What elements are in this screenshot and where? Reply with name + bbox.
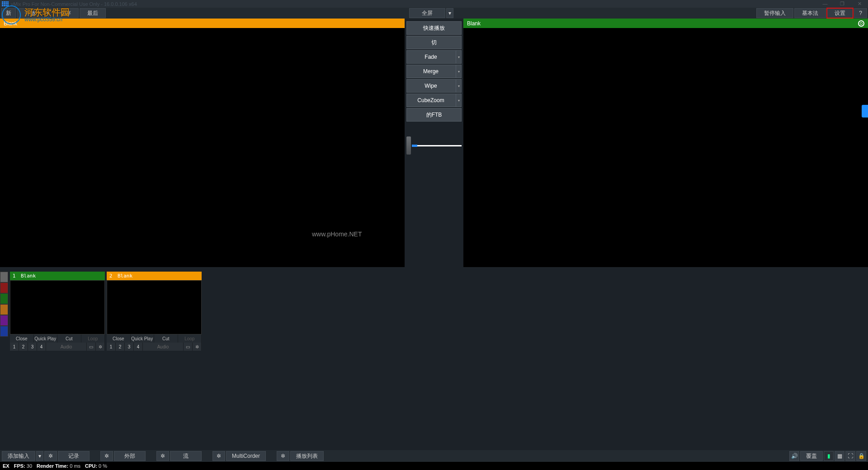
overlay-4[interactable]: 4 — [37, 343, 46, 351]
side-tab[interactable] — [862, 105, 868, 118]
status-cpu: 0 % — [99, 463, 107, 469]
quickplay-button[interactable]: Quick Play — [131, 334, 155, 343]
overlay-2[interactable]: 2 — [116, 343, 125, 351]
input-label: Blank — [115, 273, 132, 279]
cut-button[interactable]: Cut — [154, 334, 178, 343]
window-title: vMix Pro For Non-Commercial Use Only - 1… — [11, 1, 137, 7]
loop-button[interactable]: Loop — [81, 334, 105, 343]
overlay-1[interactable]: 1 — [107, 343, 116, 351]
preview-header: Blank — [0, 19, 405, 28]
monitor-icon[interactable]: ▭ — [87, 343, 96, 351]
quickplay-button[interactable]: 快速播放 — [406, 21, 462, 35]
status-fps: 30 — [27, 463, 32, 469]
stream-button[interactable]: 流 — [170, 451, 202, 461]
gear-icon[interactable] — [858, 20, 864, 27]
input-number: 1 — [10, 273, 18, 279]
category-strip — [0, 272, 8, 362]
close-button[interactable]: ✕ — [851, 0, 868, 8]
main-area: Blank 快速播放 切 Fade▾ Merge▾ Wipe▾ CubeZoom… — [0, 19, 868, 267]
meter-icon[interactable]: ▮ — [824, 451, 834, 461]
cat-red[interactable] — [0, 282, 8, 293]
overlay-2[interactable]: 2 — [19, 343, 28, 351]
multicorder-button[interactable]: MultiCorder — [226, 451, 266, 461]
t-bar-slider[interactable] — [406, 136, 462, 155]
cat-green[interactable] — [0, 293, 8, 304]
monitor-icon[interactable]: ▭ — [184, 343, 193, 351]
audio-button[interactable]: Audio — [46, 343, 87, 351]
help-button[interactable]: ? — [854, 8, 867, 18]
chevron-down-icon[interactable]: ▾ — [456, 94, 461, 107]
add-input-dropdown[interactable]: ▾ — [36, 451, 43, 461]
overlay-4[interactable]: 4 — [134, 343, 143, 351]
gear-icon[interactable]: ✲ — [212, 451, 225, 461]
audio-button[interactable]: Audio — [143, 343, 184, 351]
fullscreen-button[interactable]: 全屏 — [409, 8, 445, 18]
ftb-button[interactable]: 的FTB — [406, 108, 462, 122]
overlay-3[interactable]: 3 — [28, 343, 37, 351]
t-bar-handle[interactable] — [406, 136, 411, 155]
gear-icon[interactable]: ✲ — [44, 451, 57, 461]
gear-icon[interactable]: ✲ — [100, 451, 113, 461]
chevron-down-icon[interactable]: ▾ — [456, 65, 461, 78]
cut-button[interactable]: Cut — [57, 334, 81, 343]
gear-icon[interactable]: ✲ — [277, 451, 289, 461]
input-tile-1: 1 Blank Close Quick Play Cut Loop 1 2 3 … — [10, 272, 105, 362]
cat-orange[interactable] — [0, 304, 8, 315]
input-preview[interactable] — [107, 280, 202, 334]
cat-purple[interactable] — [0, 315, 8, 326]
playlist-button[interactable]: 播放列表 — [290, 451, 324, 461]
preview-title: Blank — [4, 20, 17, 27]
input-header[interactable]: 1 Blank — [10, 272, 105, 280]
external-button[interactable]: 外部 — [114, 451, 146, 461]
cat-blue[interactable] — [0, 326, 8, 337]
add-input-button[interactable]: 添加输入 — [2, 451, 35, 461]
status-bar: EX FPS: 30 Render Time: 0 ms CPU: 0 % — [0, 462, 868, 470]
fullscreen-dropdown[interactable]: ▾ — [446, 8, 453, 18]
last-button[interactable]: 最后 — [80, 8, 106, 18]
chevron-down-icon[interactable]: ▾ — [456, 80, 461, 92]
gear-icon[interactable]: ✲ — [96, 343, 105, 351]
open-dropdown[interactable]: ▾ — [44, 8, 52, 18]
watermark-center: www.pHome.NET — [312, 230, 362, 238]
overlay-3[interactable]: 3 — [125, 343, 134, 351]
app-icon — [2, 1, 8, 7]
quickplay-button[interactable]: Quick Play — [34, 334, 58, 343]
titlebar: vMix Pro For Non-Commercial Use Only - 1… — [0, 0, 868, 8]
expand-icon[interactable]: ⛶ — [845, 451, 855, 461]
output-pane: Blank — [463, 19, 868, 267]
loop-button[interactable]: Loop — [178, 334, 202, 343]
input-preview[interactable] — [10, 280, 105, 334]
pause-input-button[interactable]: 暂停输入 — [756, 8, 793, 18]
close-button[interactable]: Close — [107, 334, 131, 343]
transition-panel: 快速播放 切 Fade▾ Merge▾ Wipe▾ CubeZoom▾ 的FTB — [405, 19, 463, 267]
status-ex: EX — [3, 463, 9, 469]
cat-all[interactable] — [0, 272, 8, 282]
cubezoom-button[interactable]: CubeZoom▾ — [406, 94, 462, 107]
fade-button[interactable]: Fade▾ — [406, 50, 462, 64]
new-button[interactable]: 新 — [1, 8, 16, 18]
merge-button[interactable]: Merge▾ — [406, 65, 462, 78]
audio-icon[interactable]: 🔊 — [789, 451, 799, 461]
maximize-button[interactable]: ❐ — [834, 0, 851, 8]
wipe-button[interactable]: Wipe▾ — [406, 79, 462, 93]
record-button[interactable]: 记录 — [58, 451, 90, 461]
close-button[interactable]: Close — [10, 334, 34, 343]
cut-button[interactable]: 切 — [406, 36, 462, 49]
save-button[interactable]: 保存 — [52, 8, 79, 18]
input-number: 2 — [107, 273, 115, 279]
preview-pane: Blank — [0, 19, 405, 267]
open-button[interactable]: 开放 — [17, 8, 43, 18]
input-header[interactable]: 2 Blank — [107, 272, 202, 280]
overlay-1[interactable]: 1 — [10, 343, 19, 351]
minimize-button[interactable]: — — [816, 0, 834, 8]
settings-button[interactable]: 设置 — [827, 8, 853, 18]
overlay-button[interactable]: 覆盖 — [800, 451, 823, 461]
status-render-time: 0 ms — [70, 463, 80, 469]
chevron-down-icon[interactable]: ▾ — [456, 51, 461, 63]
lock-icon[interactable]: 🔒 — [856, 451, 866, 461]
gear-icon[interactable]: ✲ — [156, 451, 169, 461]
output-display[interactable] — [463, 28, 868, 267]
basic-button[interactable]: 基本法 — [794, 8, 826, 18]
gear-icon[interactable]: ✲ — [193, 343, 202, 351]
multiview-icon[interactable]: ▦ — [835, 451, 844, 461]
